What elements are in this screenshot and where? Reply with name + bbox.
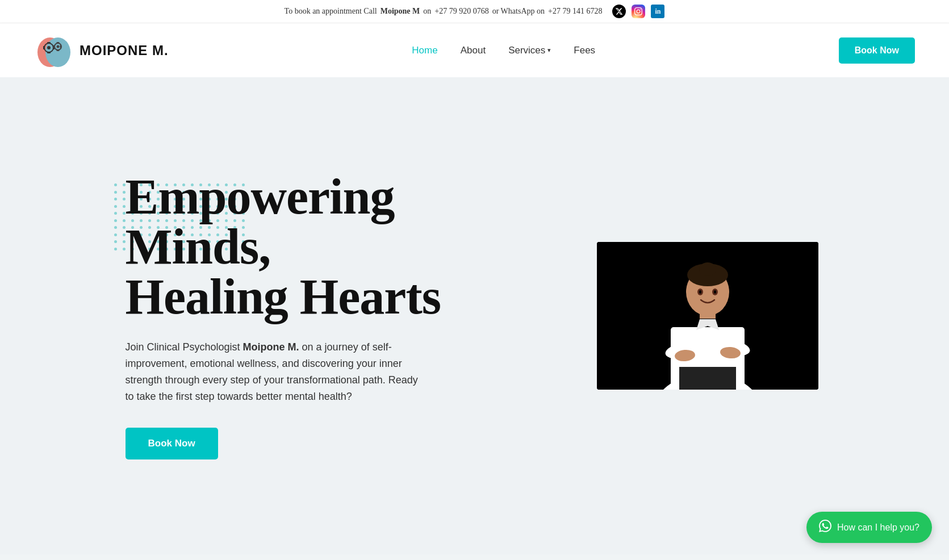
- about-link[interactable]: About: [461, 45, 486, 56]
- logo-icon: [34, 31, 74, 70]
- svg-point-26: [714, 290, 716, 294]
- brand-name: MOIPONE M.: [80, 43, 169, 58]
- svg-rect-11: [57, 49, 60, 51]
- phone2: +27 79 141 6728: [548, 7, 602, 16]
- svg-rect-27: [679, 367, 736, 390]
- svg-rect-10: [57, 42, 60, 44]
- chat-label: How can I help you?: [837, 523, 919, 533]
- nav-services[interactable]: Services ▾: [508, 45, 551, 56]
- fees-link[interactable]: Fees: [574, 45, 595, 56]
- logo[interactable]: MOIPONE M.: [34, 31, 169, 70]
- svg-point-9: [57, 45, 60, 48]
- hero-desc-prefix: Join Clinical Psychologist: [126, 341, 243, 353]
- nav-about[interactable]: About: [461, 45, 486, 56]
- services-link[interactable]: Services: [508, 45, 545, 56]
- nav-book-now-button[interactable]: Book Now: [839, 37, 915, 64]
- or-text: or WhatsApp on: [492, 7, 545, 16]
- phone1: +27 79 920 0768: [434, 7, 488, 16]
- hero-title-line2: Minds,: [126, 219, 271, 274]
- nav-fees[interactable]: Fees: [574, 45, 595, 56]
- hero-image-area: [597, 242, 824, 390]
- hero-content: const dotContainer = document.currentScr…: [126, 172, 551, 459]
- svg-rect-5: [47, 52, 51, 53]
- whatsapp-icon: [819, 520, 831, 535]
- on-text: on: [423, 7, 431, 16]
- twitter-icon[interactable]: [612, 5, 626, 18]
- contact-name: Moipone M: [381, 7, 420, 16]
- svg-rect-6: [43, 46, 45, 49]
- hero-description: Join Clinical Psychologist Moipone M. on…: [126, 339, 421, 404]
- chat-widget[interactable]: How can I help you?: [806, 512, 932, 543]
- instagram-icon[interactable]: [632, 5, 645, 18]
- nav-links: Home About Services ▾ Fees: [412, 45, 595, 56]
- home-link[interactable]: Home: [412, 45, 437, 56]
- hero-title: Empowering Minds, Healing Hearts: [126, 172, 551, 322]
- svg-rect-4: [47, 42, 51, 44]
- appointment-text: To book an appointment Call: [285, 7, 377, 16]
- hero-title-line3: Healing Hearts: [126, 269, 441, 324]
- hero-photo: [597, 242, 818, 390]
- svg-point-22: [699, 262, 716, 276]
- svg-rect-13: [60, 45, 62, 48]
- svg-point-3: [47, 46, 51, 49]
- top-bar: To book an appointment Call Moipone M on…: [0, 0, 949, 23]
- chevron-down-icon: ▾: [547, 47, 551, 54]
- hero-book-now-button[interactable]: Book Now: [126, 428, 218, 459]
- hero-section: const dotContainer = document.currentScr…: [0, 77, 949, 554]
- hero-photo-svg: [597, 242, 818, 390]
- svg-point-25: [699, 290, 701, 294]
- navigation: MOIPONE M. Home About Services ▾ Fees Bo…: [0, 23, 949, 77]
- hero-title-line1: Empowering: [126, 169, 395, 224]
- linkedin-icon[interactable]: in: [651, 5, 664, 18]
- nav-home[interactable]: Home: [412, 45, 437, 56]
- hero-name-bold: Moipone M.: [243, 341, 299, 353]
- svg-rect-12: [53, 45, 55, 48]
- social-icons: in: [612, 5, 664, 18]
